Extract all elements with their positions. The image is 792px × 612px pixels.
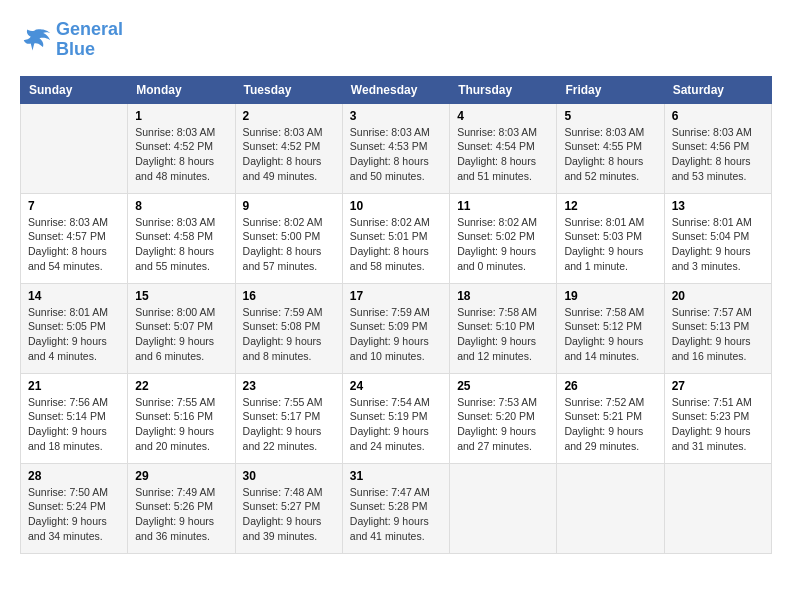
day-info: Sunrise: 7:51 AMSunset: 5:23 PMDaylight:… [672,395,764,454]
calendar-cell: 31Sunrise: 7:47 AMSunset: 5:28 PMDayligh… [342,463,449,553]
logo: General Blue [20,20,123,60]
calendar-cell: 12Sunrise: 8:01 AMSunset: 5:03 PMDayligh… [557,193,664,283]
weekday-header-friday: Friday [557,76,664,103]
weekday-header-wednesday: Wednesday [342,76,449,103]
day-number: 3 [350,109,442,123]
day-info: Sunrise: 7:49 AMSunset: 5:26 PMDaylight:… [135,485,227,544]
day-number: 5 [564,109,656,123]
day-number: 2 [243,109,335,123]
calendar-cell: 20Sunrise: 7:57 AMSunset: 5:13 PMDayligh… [664,283,771,373]
calendar-cell: 2Sunrise: 8:03 AMSunset: 4:52 PMDaylight… [235,103,342,193]
day-number: 30 [243,469,335,483]
calendar-week-row: 7Sunrise: 8:03 AMSunset: 4:57 PMDaylight… [21,193,772,283]
day-info: Sunrise: 8:03 AMSunset: 4:52 PMDaylight:… [135,125,227,184]
day-number: 6 [672,109,764,123]
day-number: 21 [28,379,120,393]
day-info: Sunrise: 8:03 AMSunset: 4:52 PMDaylight:… [243,125,335,184]
day-number: 25 [457,379,549,393]
calendar-cell: 19Sunrise: 7:58 AMSunset: 5:12 PMDayligh… [557,283,664,373]
calendar-cell: 29Sunrise: 7:49 AMSunset: 5:26 PMDayligh… [128,463,235,553]
calendar-cell: 13Sunrise: 8:01 AMSunset: 5:04 PMDayligh… [664,193,771,283]
calendar-week-row: 28Sunrise: 7:50 AMSunset: 5:24 PMDayligh… [21,463,772,553]
day-number: 1 [135,109,227,123]
weekday-header-thursday: Thursday [450,76,557,103]
day-number: 22 [135,379,227,393]
day-number: 17 [350,289,442,303]
day-info: Sunrise: 7:55 AMSunset: 5:17 PMDaylight:… [243,395,335,454]
day-info: Sunrise: 7:59 AMSunset: 5:08 PMDaylight:… [243,305,335,364]
calendar-cell: 6Sunrise: 8:03 AMSunset: 4:56 PMDaylight… [664,103,771,193]
calendar-cell: 30Sunrise: 7:48 AMSunset: 5:27 PMDayligh… [235,463,342,553]
weekday-header-monday: Monday [128,76,235,103]
calendar-body: 1Sunrise: 8:03 AMSunset: 4:52 PMDaylight… [21,103,772,553]
calendar-cell: 28Sunrise: 7:50 AMSunset: 5:24 PMDayligh… [21,463,128,553]
calendar-cell: 4Sunrise: 8:03 AMSunset: 4:54 PMDaylight… [450,103,557,193]
day-info: Sunrise: 7:53 AMSunset: 5:20 PMDaylight:… [457,395,549,454]
page-header: General Blue [20,20,772,60]
calendar-cell: 21Sunrise: 7:56 AMSunset: 5:14 PMDayligh… [21,373,128,463]
day-info: Sunrise: 7:54 AMSunset: 5:19 PMDaylight:… [350,395,442,454]
day-number: 16 [243,289,335,303]
calendar-cell: 16Sunrise: 7:59 AMSunset: 5:08 PMDayligh… [235,283,342,373]
day-info: Sunrise: 8:03 AMSunset: 4:53 PMDaylight:… [350,125,442,184]
day-number: 24 [350,379,442,393]
calendar-week-row: 14Sunrise: 8:01 AMSunset: 5:05 PMDayligh… [21,283,772,373]
day-number: 13 [672,199,764,213]
day-info: Sunrise: 8:02 AMSunset: 5:02 PMDaylight:… [457,215,549,274]
logo-text: General Blue [56,20,123,60]
day-number: 27 [672,379,764,393]
weekday-header-tuesday: Tuesday [235,76,342,103]
day-info: Sunrise: 7:50 AMSunset: 5:24 PMDaylight:… [28,485,120,544]
logo-icon [20,26,52,54]
day-number: 31 [350,469,442,483]
day-info: Sunrise: 8:02 AMSunset: 5:00 PMDaylight:… [243,215,335,274]
day-info: Sunrise: 7:52 AMSunset: 5:21 PMDaylight:… [564,395,656,454]
day-number: 10 [350,199,442,213]
day-number: 28 [28,469,120,483]
calendar-cell: 8Sunrise: 8:03 AMSunset: 4:58 PMDaylight… [128,193,235,283]
weekday-header-sunday: Sunday [21,76,128,103]
day-info: Sunrise: 7:58 AMSunset: 5:12 PMDaylight:… [564,305,656,364]
calendar-header: SundayMondayTuesdayWednesdayThursdayFrid… [21,76,772,103]
day-info: Sunrise: 7:58 AMSunset: 5:10 PMDaylight:… [457,305,549,364]
calendar-cell: 26Sunrise: 7:52 AMSunset: 5:21 PMDayligh… [557,373,664,463]
day-number: 26 [564,379,656,393]
calendar-cell: 22Sunrise: 7:55 AMSunset: 5:16 PMDayligh… [128,373,235,463]
day-number: 29 [135,469,227,483]
day-info: Sunrise: 7:48 AMSunset: 5:27 PMDaylight:… [243,485,335,544]
calendar-cell: 18Sunrise: 7:58 AMSunset: 5:10 PMDayligh… [450,283,557,373]
day-info: Sunrise: 7:47 AMSunset: 5:28 PMDaylight:… [350,485,442,544]
calendar-cell: 25Sunrise: 7:53 AMSunset: 5:20 PMDayligh… [450,373,557,463]
day-number: 23 [243,379,335,393]
calendar-cell: 27Sunrise: 7:51 AMSunset: 5:23 PMDayligh… [664,373,771,463]
day-info: Sunrise: 7:56 AMSunset: 5:14 PMDaylight:… [28,395,120,454]
day-number: 9 [243,199,335,213]
calendar-table: SundayMondayTuesdayWednesdayThursdayFrid… [20,76,772,554]
day-number: 4 [457,109,549,123]
calendar-cell [664,463,771,553]
calendar-cell: 17Sunrise: 7:59 AMSunset: 5:09 PMDayligh… [342,283,449,373]
day-number: 14 [28,289,120,303]
calendar-cell: 15Sunrise: 8:00 AMSunset: 5:07 PMDayligh… [128,283,235,373]
day-info: Sunrise: 7:57 AMSunset: 5:13 PMDaylight:… [672,305,764,364]
day-info: Sunrise: 8:03 AMSunset: 4:55 PMDaylight:… [564,125,656,184]
day-number: 18 [457,289,549,303]
weekday-header-saturday: Saturday [664,76,771,103]
weekday-header-row: SundayMondayTuesdayWednesdayThursdayFrid… [21,76,772,103]
calendar-cell: 7Sunrise: 8:03 AMSunset: 4:57 PMDaylight… [21,193,128,283]
calendar-cell: 3Sunrise: 8:03 AMSunset: 4:53 PMDaylight… [342,103,449,193]
day-info: Sunrise: 8:01 AMSunset: 5:03 PMDaylight:… [564,215,656,274]
calendar-cell: 10Sunrise: 8:02 AMSunset: 5:01 PMDayligh… [342,193,449,283]
calendar-cell: 11Sunrise: 8:02 AMSunset: 5:02 PMDayligh… [450,193,557,283]
day-number: 12 [564,199,656,213]
day-info: Sunrise: 8:03 AMSunset: 4:56 PMDaylight:… [672,125,764,184]
calendar-cell: 24Sunrise: 7:54 AMSunset: 5:19 PMDayligh… [342,373,449,463]
calendar-week-row: 21Sunrise: 7:56 AMSunset: 5:14 PMDayligh… [21,373,772,463]
calendar-cell [450,463,557,553]
calendar-cell: 9Sunrise: 8:02 AMSunset: 5:00 PMDaylight… [235,193,342,283]
day-info: Sunrise: 8:03 AMSunset: 4:58 PMDaylight:… [135,215,227,274]
day-number: 7 [28,199,120,213]
day-number: 20 [672,289,764,303]
day-info: Sunrise: 7:59 AMSunset: 5:09 PMDaylight:… [350,305,442,364]
day-info: Sunrise: 7:55 AMSunset: 5:16 PMDaylight:… [135,395,227,454]
